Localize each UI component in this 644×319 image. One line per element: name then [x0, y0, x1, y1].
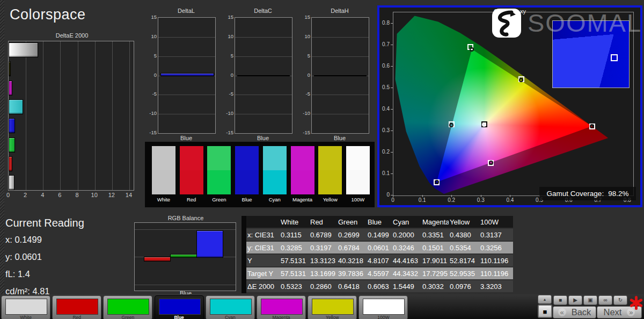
- gridline: [235, 95, 292, 95]
- table-cell: 0.6784: [337, 244, 367, 252]
- cie-actual-blue-icon: [435, 180, 439, 184]
- swatch-target: [152, 170, 175, 194]
- deltal-y-tick: -10: [147, 110, 157, 116]
- rgb-bar-red: [144, 257, 171, 262]
- patch-button-label: Blue: [155, 315, 203, 319]
- next-button-label: Next: [604, 307, 622, 317]
- deltal-plot: [158, 17, 216, 134]
- gridline: [158, 56, 215, 57]
- gridline: [135, 229, 236, 230]
- patch-swatch: [5, 299, 47, 315]
- delta-e-x-tick: 2: [21, 192, 30, 198]
- cie-y-tickmark: [391, 23, 393, 24]
- patch-swatch: [363, 299, 405, 315]
- deltah-x-label: Blue: [305, 135, 375, 141]
- table-cell: x: CIE31: [246, 231, 280, 239]
- swatch-label: Green: [207, 197, 231, 202]
- table-cell: 0.2860: [309, 282, 337, 291]
- deltal-y-tick: 5: [147, 53, 157, 59]
- patch-button-magenta[interactable]: Magenta: [257, 295, 306, 319]
- inset-target-marker-icon: [611, 54, 618, 61]
- patch-button-label: Cyan: [206, 315, 254, 319]
- patch-button-100w[interactable]: 100W: [358, 295, 408, 319]
- gridline: [60, 41, 61, 190]
- eject-icon: ▲: [543, 298, 547, 301]
- patch-swatch: [261, 299, 303, 315]
- back-button[interactable]: « Back: [553, 306, 596, 318]
- gridline: [158, 114, 215, 114]
- swatch-target: [180, 170, 203, 194]
- table-cell: 0.6063: [367, 282, 392, 291]
- cie-y-tick: 0.6: [379, 63, 390, 69]
- rgb-plot-area: [134, 222, 236, 291]
- eject-button[interactable]: ▲: [538, 295, 552, 304]
- gridline: [312, 56, 369, 57]
- patch-button-blue[interactable]: Blue: [155, 295, 204, 319]
- table-cell: 0.1501: [421, 244, 449, 252]
- delta-e-bar-cyan: [9, 99, 23, 114]
- window-edge-texture: [0, 0, 4, 319]
- swatch-label: Red: [180, 197, 203, 202]
- table-cell: Target Y: [246, 270, 280, 278]
- swatch-actual: [235, 146, 259, 170]
- table-cell: 0.3256: [479, 244, 511, 252]
- delta-e-x-tick: 8: [73, 192, 82, 198]
- cie-y-tickmark: [391, 88, 393, 88]
- swatch-label: Yellow: [318, 197, 342, 202]
- delta-e-bar-100w: [9, 42, 38, 57]
- cie-actual-magenta-icon: [489, 161, 493, 165]
- cie-actual-yellow-icon: [519, 78, 523, 82]
- deltac-y-tick: -5: [224, 91, 233, 97]
- table-cell: 17.9011: [421, 257, 449, 265]
- gridline: [158, 95, 215, 95]
- table-cell: 0.3032: [421, 282, 449, 291]
- table-cell: 57.5131: [280, 257, 309, 265]
- patch-button-white[interactable]: White: [1, 295, 50, 319]
- table-cell: 0.3197: [309, 244, 337, 252]
- cie-y-tickmark: [391, 152, 393, 153]
- patch-button-red[interactable]: Red: [52, 295, 101, 319]
- deltal-bar: [160, 73, 214, 76]
- soomal-watermark-text: SOOMAL: [528, 8, 642, 39]
- cie-y-tick: 0.2: [379, 149, 390, 155]
- gridline: [235, 37, 292, 38]
- back-chevron-icon: «: [558, 308, 566, 316]
- table-cell: 0.2699: [337, 231, 367, 239]
- swatch-label: 100W: [346, 197, 370, 202]
- soomal-watermark: SOOMAL: [492, 8, 642, 40]
- patch-button-yellow[interactable]: Yellow: [308, 295, 357, 319]
- stop-big-button[interactable]: ■: [538, 305, 552, 318]
- table-cell: Blue: [367, 218, 392, 226]
- reading-fl: fL: 1.4: [5, 269, 129, 279]
- swatch-magenta: Magenta: [291, 146, 314, 194]
- gridline: [312, 114, 369, 114]
- patch-button-green[interactable]: Green: [103, 295, 152, 319]
- swatch-green: Green: [207, 146, 231, 194]
- delta-e-bar-magenta: [9, 81, 12, 96]
- table-cell: Green: [337, 218, 367, 226]
- deltah-y-tick: 5: [301, 53, 310, 59]
- save-button[interactable]: ▣: [583, 295, 597, 305]
- delta-chart-deltal: DeltaL151050-5-10-15Blue: [151, 8, 221, 143]
- deltac-zero-bar: [237, 75, 290, 76]
- patch-button-cyan[interactable]: Cyan: [206, 295, 255, 319]
- cie-y-tick: 0.4: [379, 106, 390, 112]
- patch-swatch: [159, 299, 201, 315]
- table-cell: 0.1499: [367, 231, 392, 239]
- cie-x-tick: 0: [385, 197, 400, 203]
- swatch-label: Blue: [235, 197, 259, 202]
- cie-y-tickmark: [391, 45, 393, 45]
- cie-1931-diagram: CIE 1931 xy 00.10.20.30.40.50.60.70.800.…: [377, 5, 642, 207]
- stop-button[interactable]: ■: [553, 295, 567, 305]
- play-button[interactable]: ▶: [568, 295, 582, 305]
- table-cell: 0.3115: [280, 231, 309, 239]
- gridline: [78, 41, 78, 190]
- rgb-balance-chart: RGB Balance 50-5 Blue: [132, 215, 239, 296]
- loop-button[interactable]: ∞: [598, 295, 612, 305]
- patch-button-label: Yellow: [308, 315, 356, 319]
- refresh-button[interactable]: ↻: [613, 295, 627, 305]
- patch-swatch: [107, 299, 149, 315]
- table-cell: 40.3218: [337, 257, 367, 265]
- cie-y-tick: 0.1: [379, 170, 390, 176]
- cie-actual-white-icon: [482, 122, 486, 127]
